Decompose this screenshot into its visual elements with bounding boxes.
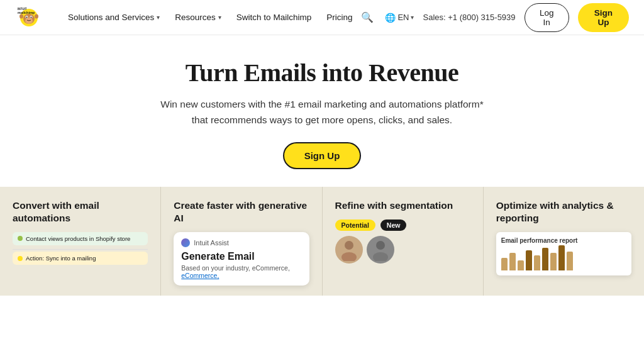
svg-point-13: [341, 252, 357, 261]
svg-point-12: [345, 241, 353, 250]
svg-point-9: [35, 14, 38, 18]
bar-chart: [501, 248, 626, 270]
language-selector[interactable]: 🌐 EN ▾: [385, 13, 414, 23]
feature-ai-title: Create faster with generative AI: [174, 199, 309, 225]
svg-point-8: [19, 14, 23, 18]
feature-segmentation-title: Refine with segmentation: [335, 199, 470, 212]
svg-point-7: [31, 16, 32, 18]
assist-header: Intuit Assist: [181, 238, 301, 247]
signup-button-hero[interactable]: Sign Up: [283, 142, 362, 169]
action-text: Action: Sync into a mailing: [26, 255, 96, 262]
badge-potential: Potential: [335, 220, 375, 231]
intuit-assist-card: Intuit Assist Generate Email Based on yo…: [174, 232, 309, 286]
feature-ai: Create faster with generative AI Intuit …: [161, 187, 322, 296]
lang-chevron-icon: ▾: [411, 14, 414, 21]
switch-label: Switch to Mailchimp: [236, 13, 311, 22]
chart-bar: [518, 260, 524, 270]
action-dot-icon: [18, 256, 23, 261]
chart-bar: [567, 252, 573, 270]
assist-logo-icon: [181, 238, 190, 247]
chart-bar: [501, 258, 508, 270]
assist-header-label: Intuit Assist: [194, 239, 229, 247]
hero-title: Turn Emails into Revenue: [186, 58, 458, 88]
feature-analytics: Optimize with analytics & reporting Emai…: [484, 187, 644, 296]
assist-link[interactable]: eCommerce,: [181, 272, 219, 279]
avatar-2: [367, 236, 394, 264]
resources-chevron-icon: ▾: [218, 14, 221, 21]
chart-bar: [509, 253, 516, 270]
shopify-action: Action: Sync into a mailing: [13, 252, 148, 265]
svg-point-14: [376, 241, 385, 250]
assist-generate-title: Generate Email: [181, 251, 301, 262]
segmentation-mockup: Potential New: [335, 220, 470, 264]
svg-text:mailchimp: mailchimp: [18, 11, 35, 14]
chart-bar: [558, 245, 565, 270]
report-title: Email performance report: [501, 237, 626, 244]
hero-subtitle: Win new customers with the #1 email mark…: [152, 97, 492, 128]
nav-right: 🔍 🌐 EN ▾ Sales: +1 (800) 315-5939 Log In…: [358, 3, 629, 32]
chart-bar: [550, 253, 557, 270]
chart-bar: [526, 250, 532, 270]
resources-label: Resources: [175, 13, 216, 22]
navbar: INTUIT mailchimp Solutions and Services …: [0, 0, 644, 35]
solutions-label: Solutions and Services: [68, 13, 154, 22]
nav-pricing[interactable]: Pricing: [320, 9, 358, 26]
badge-new: New: [380, 220, 407, 231]
feature-segmentation: Refine with segmentation Potential New: [323, 187, 484, 296]
chart-bar: [542, 248, 548, 270]
login-button[interactable]: Log In: [525, 3, 569, 32]
shopify-trigger: Contact views products in Shopify store: [13, 232, 148, 245]
signup-button-nav[interactable]: Sign Up: [578, 3, 629, 32]
svg-point-6: [26, 16, 28, 18]
svg-point-15: [373, 252, 388, 261]
shopify-text: Contact views products in Shopify store: [26, 235, 130, 242]
lang-label: EN: [397, 13, 409, 22]
hero-section: Turn Emails into Revenue Win new custome…: [0, 35, 644, 187]
avatar-1-icon: [340, 238, 358, 261]
chart-bar: [534, 255, 540, 270]
shopify-dot-icon: [18, 236, 23, 241]
feature-automations: Convert with email automations Contact v…: [0, 187, 161, 296]
nav-solutions[interactable]: Solutions and Services ▾: [62, 9, 166, 26]
avatar-1: [335, 236, 363, 264]
logo[interactable]: INTUIT mailchimp: [15, 4, 47, 31]
feature-analytics-title: Optimize with analytics & reporting: [496, 199, 631, 225]
phone-number: Sales: +1 (800) 315-5939: [423, 13, 515, 22]
solutions-chevron-icon: ▾: [157, 14, 160, 21]
automations-mockup: Contact views products in Shopify store …: [13, 232, 148, 265]
avatar-2-icon: [371, 238, 390, 261]
nav-switch[interactable]: Switch to Mailchimp: [230, 9, 318, 26]
nav-resources[interactable]: Resources ▾: [169, 9, 228, 26]
mailchimp-logo-icon: INTUIT mailchimp: [15, 4, 43, 31]
analytics-mockup: Email performance report: [496, 232, 631, 275]
features-strip: Convert with email automations Contact v…: [0, 187, 644, 296]
pricing-label: Pricing: [326, 13, 352, 22]
nav-links: Solutions and Services ▾ Resources ▾ Swi…: [62, 9, 358, 26]
segmentation-avatars: [335, 236, 470, 264]
connector-line: [13, 249, 148, 250]
feature-automations-title: Convert with email automations: [13, 199, 148, 225]
globe-icon: 🌐: [385, 13, 396, 23]
assist-subtitle: Based on your industry, eCommerce, eComm…: [181, 264, 301, 279]
search-button[interactable]: 🔍: [358, 9, 376, 26]
